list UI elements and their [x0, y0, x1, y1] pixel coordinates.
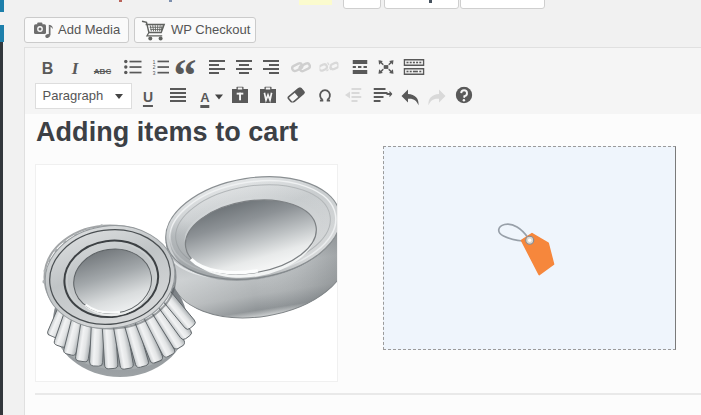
svg-text:3: 3: [152, 70, 155, 75]
